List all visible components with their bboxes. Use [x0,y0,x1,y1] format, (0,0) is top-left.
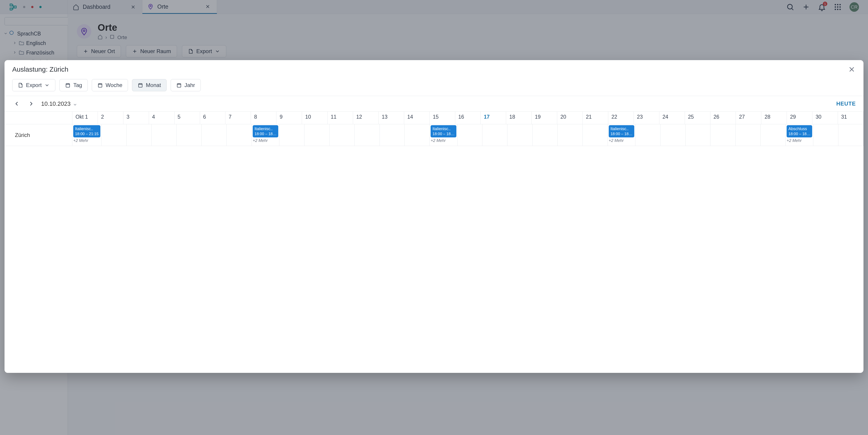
event-title: Italienisc.. [75,127,93,131]
svg-rect-18 [98,84,102,87]
cell-d4[interactable] [152,124,177,146]
svg-rect-20 [177,84,181,87]
timeline-day-5: 5 [175,112,200,124]
timeline-day-27: 27 [736,112,761,124]
event-chip[interactable]: Italienisc.. 18:00 – 21:15 [73,125,100,137]
timeline-day-12: 12 [353,112,379,124]
chevron-down-icon [73,101,77,106]
more-link[interactable]: +2 Mehr [431,138,456,143]
timeline-day-29: 29 [787,112,812,124]
timeline-day-23: 23 [634,112,659,124]
timeline-day-11: 11 [328,112,353,124]
timeline-day-18: 18 [506,112,532,124]
modal-header: Auslastung: Zürich [4,60,864,74]
cell-d22[interactable]: Italienisc.. 18:00 – 18… +2 Mehr [608,124,636,146]
cell-d31[interactable] [838,124,864,146]
timeline-day-3: 3 [123,112,149,124]
more-link[interactable]: +2 Mehr [786,138,812,143]
cell-d1[interactable]: Italienisc.. 18:00 – 21:15 +2 Mehr [72,124,101,146]
event-chip[interactable]: Italienisc.. 18:00 – 18… [253,125,278,137]
cell-d8[interactable]: Italienisc.. 18:00 – 18… +2 Mehr [252,124,279,146]
timeline-header-row: Okt 1 2 3 4 5 6 7 8 9 10 11 12 13 14 15 … [4,112,864,124]
cell-d28[interactable] [761,124,786,146]
modal-toolbar: Export Tag Woche Monat Jahr [4,74,864,96]
cell-d15[interactable]: Italienisc.. 18:00 – 18… +2 Mehr [430,124,457,146]
chevron-down-icon [44,83,50,88]
cell-d21[interactable] [583,124,608,146]
svg-rect-19 [138,84,142,87]
more-link[interactable]: +2 Mehr [609,138,634,143]
date-picker-value: 10.10.2023 [41,100,70,107]
today-link[interactable]: HEUTE [836,100,856,107]
timeline-day-9: 9 [276,112,302,124]
cell-d27[interactable] [736,124,761,146]
cell-d10[interactable] [305,124,330,146]
cell-d9[interactable] [279,124,305,146]
cell-d16[interactable] [458,124,483,146]
cell-d17[interactable] [483,124,507,146]
next-month-button[interactable] [27,99,36,108]
more-link[interactable]: +2 Mehr [73,138,100,143]
more-link[interactable]: +2 Mehr [253,138,278,143]
cell-d2[interactable] [101,124,127,146]
cell-d11[interactable] [330,124,355,146]
event-time: 18:00 – 18… [432,131,454,136]
view-jahr-button[interactable]: Jahr [170,79,201,91]
cell-d14[interactable] [405,124,430,146]
cell-d18[interactable] [507,124,532,146]
view-tag-button[interactable]: Tag [59,79,88,91]
timeline-day-4: 4 [149,112,175,124]
modal-overlay[interactable]: Auslastung: Zürich Export Tag Woche Mona [0,0,868,435]
event-title: Italienisc.. [254,127,273,131]
timeline-day-28: 28 [761,112,787,124]
timeline-day-15: 15 [430,112,455,124]
timeline-day-20: 20 [557,112,583,124]
cell-d30[interactable] [813,124,838,146]
view-tag-label: Tag [73,82,82,88]
cell-d20[interactable] [558,124,583,146]
modal-auslastung: Auslastung: Zürich Export Tag Woche Mona [4,60,864,373]
timeline-day-31: 31 [838,112,864,124]
modal-export-label: Export [26,82,41,88]
timeline-day-26: 26 [710,112,736,124]
event-chip[interactable]: Italienisc.. 18:00 – 18… [431,125,456,137]
cell-d19[interactable] [532,124,558,146]
svg-rect-17 [66,84,70,87]
event-time: 18:00 – 18… [611,131,632,136]
view-jahr-label: Jahr [184,82,195,88]
view-woche-label: Woche [105,82,122,88]
timeline-day-21: 21 [583,112,608,124]
timeline-day-25: 25 [685,112,710,124]
date-picker[interactable]: 10.10.2023 [41,100,77,107]
timeline-day-17: 17 [480,112,506,124]
view-woche-button[interactable]: Woche [92,79,128,91]
cell-d23[interactable] [636,124,660,146]
timeline-day-14: 14 [404,112,430,124]
timeline-day-19: 19 [532,112,557,124]
cell-d6[interactable] [202,124,227,146]
timeline-day-16: 16 [455,112,481,124]
timeline-day-1: Okt 1 [72,112,98,124]
event-time: 18:00 – 21:15 [75,131,98,136]
event-time: 18:00 – 18… [254,131,276,136]
event-chip[interactable]: Abschluss 18:00 – 18… [786,125,812,137]
event-title: Italienisc.. [611,127,629,131]
timeline-day-6: 6 [200,112,225,124]
modal-export-button[interactable]: Export [12,79,55,91]
cell-d25[interactable] [686,124,711,146]
cell-d13[interactable] [380,124,405,146]
timeline[interactable]: Okt 1 2 3 4 5 6 7 8 9 10 11 12 13 14 15 … [4,112,864,373]
timeline-day-30: 30 [812,112,838,124]
event-chip[interactable]: Italienisc.. 18:00 – 18… [609,125,634,137]
cell-d29[interactable]: Abschluss 18:00 – 18… +2 Mehr [786,124,813,146]
cell-d24[interactable] [660,124,686,146]
cell-d5[interactable] [177,124,202,146]
cell-d12[interactable] [355,124,380,146]
view-monat-button[interactable]: Monat [132,79,166,91]
cell-d3[interactable] [127,124,152,146]
cell-d26[interactable] [710,124,736,146]
cell-d7[interactable] [227,124,252,146]
modal-close-button[interactable] [848,65,856,73]
prev-month-button[interactable] [12,99,21,108]
timeline-row-zurich: Zürich Italienisc.. 18:00 – 21:15 +2 Meh… [4,124,864,146]
